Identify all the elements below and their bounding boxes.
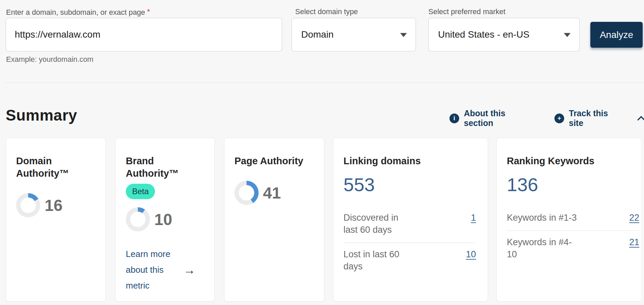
discovered-label: Discovered in last 60 days: [343, 212, 407, 236]
page-authority-value: 41: [263, 184, 281, 202]
page-authority-gauge: [234, 181, 259, 205]
track-this-site-link[interactable]: + Track this site: [554, 108, 624, 128]
analyze-button[interactable]: Analyze: [590, 22, 643, 48]
linking-domains-value: 553: [343, 175, 476, 194]
linking-domains-title: Linking domains: [343, 155, 476, 167]
domain-input-label: Enter a domain, subdomain, or exact page…: [6, 7, 150, 17]
required-asterisk: *: [147, 7, 150, 16]
chevron-down-icon: [400, 33, 407, 37]
about-this-section-link[interactable]: i About this section: [449, 108, 536, 128]
domain-type-label: Select domain type: [295, 7, 358, 16]
domain-authority-value: 16: [45, 196, 62, 215]
about-this-section-label: About this section: [464, 108, 536, 128]
stat-row-discovered: Discovered in last 60 days 1: [343, 212, 476, 236]
learn-more-link[interactable]: Learn more about this metric →: [126, 246, 204, 294]
stat-row-keywords-1-3: Keywords in #1-3 22: [507, 212, 639, 224]
preferred-market-select[interactable]: United States - en-US: [428, 18, 580, 51]
domain-authority-gauge: [16, 193, 40, 217]
brand-authority-title: Brand Authority™: [126, 155, 204, 180]
linking-domains-card: Linking domains 553 Discovered in last 6…: [333, 138, 488, 302]
summary-heading: Summary: [6, 106, 77, 124]
domain-authority-card: Domain Authority™ 16: [6, 138, 106, 302]
section-divider: [6, 82, 644, 83]
preferred-market-selected-value: United States - en-US: [438, 29, 529, 40]
domain-authority-title: Domain Authority™: [16, 155, 95, 180]
brand-authority-gauge-row: 10: [126, 207, 204, 231]
learn-more-label: Learn more about this metric: [126, 246, 179, 294]
keywords-4-10-value-link[interactable]: 21: [629, 236, 639, 248]
chevron-up-icon[interactable]: [637, 116, 644, 124]
domain-overview-page: Enter a domain, subdomain, or exact page…: [0, 0, 644, 305]
linking-domains-stats: Discovered in last 60 days 1 Lost in las…: [343, 212, 476, 272]
summary-actions: i About this section + Track this site: [449, 111, 644, 126]
page-authority-gauge-row: 41: [234, 181, 314, 205]
ranking-keywords-title: Ranking Keywords: [507, 155, 639, 167]
chevron-down-icon: [564, 33, 571, 37]
lost-value-link[interactable]: 10: [466, 248, 476, 260]
discovered-value-link[interactable]: 1: [471, 212, 476, 224]
keywords-1-3-label: Keywords in #1-3: [507, 212, 577, 224]
domain-type-selected-value: Domain: [301, 29, 333, 40]
keywords-1-3-value-link[interactable]: 22: [629, 212, 639, 224]
info-icon: i: [449, 114, 459, 123]
brand-authority-card: Brand Authority™ Beta 10 Learn more abou…: [115, 138, 215, 302]
keywords-4-10-label: Keywords in #4-10: [507, 236, 578, 260]
preferred-market-label: Select preferred market: [428, 7, 505, 16]
domain-type-select[interactable]: Domain: [291, 18, 416, 51]
page-authority-card: Page Authority 41: [224, 138, 324, 302]
track-this-site-label: Track this site: [569, 108, 624, 128]
page-authority-title: Page Authority: [234, 155, 314, 167]
beta-badge: Beta: [126, 184, 155, 199]
arrow-right-icon: →: [183, 263, 196, 277]
stat-row-keywords-4-10: Keywords in #4-10 21: [507, 230, 639, 260]
domain-example-hint: Example: yourdomain.com: [6, 55, 93, 64]
stat-row-lost: Lost in last 60 days 10: [343, 243, 476, 272]
domain-authority-gauge-row: 16: [16, 193, 95, 217]
brand-authority-value: 10: [154, 210, 172, 229]
ranking-keywords-value: 136: [507, 175, 639, 194]
lost-label: Lost in last 60 days: [343, 248, 407, 272]
brand-authority-gauge: [126, 207, 150, 231]
plus-icon: +: [554, 114, 564, 123]
domain-input-label-text: Enter a domain, subdomain, or exact page: [6, 8, 145, 16]
page-right-gutter: [641, 134, 644, 305]
ranking-keywords-stats: Keywords in #1-3 22 Keywords in #4-10 21: [507, 212, 639, 260]
ranking-keywords-card: Ranking Keywords 136 Keywords in #1-3 22…: [496, 138, 644, 302]
domain-input[interactable]: [6, 18, 282, 51]
